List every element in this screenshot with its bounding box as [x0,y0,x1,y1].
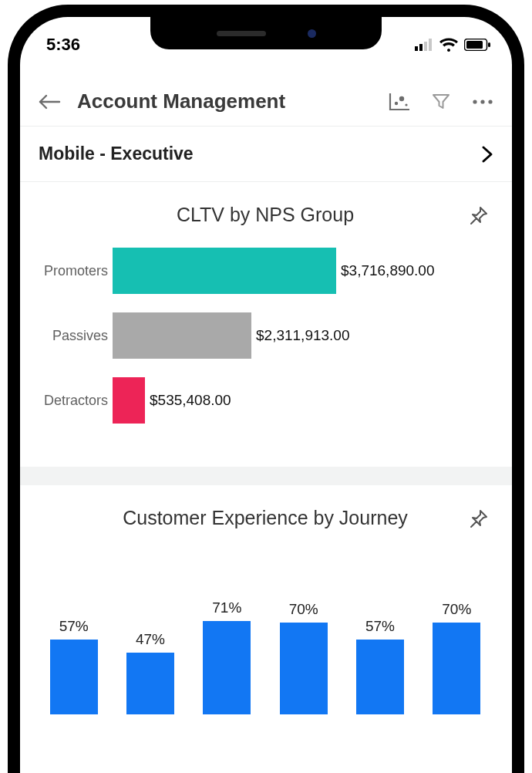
svg-point-13 [488,100,492,103]
volume-down-button [11,272,15,326]
bar-category: Passives [29,328,113,344]
pin-button[interactable] [467,205,490,228]
svg-point-9 [399,96,404,100]
svg-rect-5 [466,41,483,49]
card-title: Customer Experience by Journey [123,507,408,529]
power-button [517,214,521,295]
column-bar [126,653,174,714]
more-button[interactable] [469,88,497,116]
svg-rect-2 [424,42,427,51]
svg-rect-6 [488,42,490,47]
back-button[interactable] [35,88,63,116]
svg-rect-0 [415,46,418,51]
column-chart: 57%47%71%70%57%70% [29,552,501,714]
column-bar [203,621,251,714]
column-value: 47% [136,631,165,648]
svg-point-11 [473,100,476,103]
arrow-left-icon [38,93,61,110]
svg-point-10 [405,103,407,106]
pin-icon [467,205,489,227]
column[interactable]: 71% [197,599,256,714]
cellular-icon [415,39,433,51]
mute-switch [11,157,15,185]
column[interactable]: 70% [427,601,486,714]
status-time: 5:36 [46,35,80,55]
svg-rect-3 [429,39,432,51]
chart-type-button[interactable] [386,88,413,116]
chevron-right-icon [481,145,493,164]
column[interactable]: 57% [351,618,409,714]
bar-value: $3,716,890.00 [341,262,435,279]
svg-point-12 [480,100,484,103]
bar-category: Detractors [29,393,113,409]
filter-button[interactable] [427,88,455,116]
pin-button[interactable] [467,508,490,532]
screen: 5:36 [20,17,512,773]
bar[interactable] [113,312,251,359]
page-title: Account Management [77,89,285,113]
column-bar [356,640,404,714]
nav-bar: Account Management [20,77,512,127]
workspace-selector[interactable]: Mobile - Executive [20,127,512,182]
card-cx-journey: Customer Experience by Journey 57%47%71%… [20,485,512,739]
card-title: CLTV by NPS Group [177,204,354,226]
bar-row: Detractors$535,408.00 [29,377,501,424]
volume-up-button [11,205,15,259]
battery-icon [464,39,490,51]
column[interactable]: 47% [121,631,180,714]
phone-frame: 5:36 [8,5,524,773]
notch [150,17,382,49]
column-value: 57% [365,618,395,635]
wifi-icon [439,38,458,52]
column-value: 57% [59,618,89,635]
bar-value: $535,408.00 [150,392,231,409]
scatter-chart-icon [388,92,411,112]
svg-point-8 [395,101,398,104]
bar-row: Promoters$3,716,890.00 [29,248,501,294]
column-value: 70% [442,601,471,618]
bar-row: Passives$2,311,913.00 [29,312,501,359]
pin-icon [467,508,489,530]
bar-category: Promoters [29,263,113,279]
column-value: 70% [289,601,318,618]
bar[interactable] [113,248,336,294]
column[interactable]: 57% [45,618,103,714]
column[interactable]: 70% [274,601,333,714]
svg-rect-1 [419,44,423,51]
bar[interactable] [113,377,145,424]
column-value: 71% [212,599,241,616]
workspace-label: Mobile - Executive [39,143,194,164]
more-horizontal-icon [471,98,494,106]
column-bar [50,640,98,714]
column-bar [433,623,480,714]
card-cltv: CLTV by NPS Group Promoters$3,716,890.00… [20,182,512,467]
funnel-icon [431,92,451,112]
bar-value: $2,311,913.00 [256,327,350,344]
column-bar [280,623,328,714]
section-divider [20,467,512,485]
